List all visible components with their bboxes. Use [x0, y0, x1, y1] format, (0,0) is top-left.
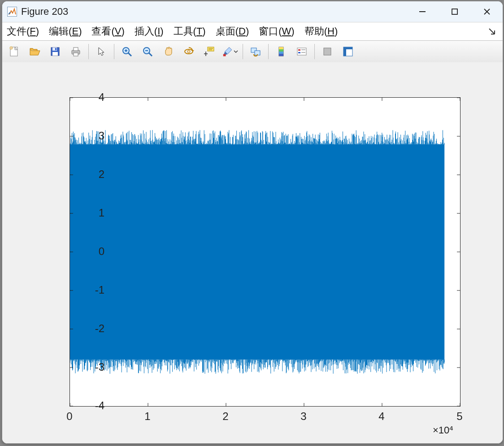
- menu-file[interactable]: 文件(F): [5, 24, 41, 39]
- svg-rect-25: [208, 47, 214, 51]
- print-icon[interactable]: [67, 43, 85, 61]
- svg-line-16: [128, 53, 131, 56]
- menu-view[interactable]: 查看(V): [90, 24, 126, 39]
- svg-rect-36: [279, 52, 283, 54]
- menu-window[interactable]: 窗口(W): [257, 24, 296, 39]
- svg-rect-2: [452, 9, 457, 14]
- toolbar: [2, 41, 503, 63]
- menu-desktop[interactable]: 桌面(D): [214, 24, 251, 39]
- svg-rect-10: [52, 52, 58, 56]
- svg-rect-13: [74, 48, 78, 51]
- window-title: Figure 203: [21, 6, 68, 17]
- menu-help[interactable]: 帮助(H): [303, 24, 340, 39]
- y-tick-label: -1: [95, 284, 104, 296]
- x-exponent-label: ×10⁴: [433, 424, 453, 436]
- y-tick-label: 0: [99, 245, 104, 258]
- toolbar-separator: [268, 44, 269, 59]
- matlab-icon: [7, 6, 17, 17]
- x-tick-label: 5: [456, 410, 462, 423]
- legend-icon[interactable]: [293, 43, 311, 61]
- svg-rect-41: [298, 52, 300, 53]
- maximize-button[interactable]: [442, 3, 468, 21]
- y-tick-label: -3: [95, 361, 104, 373]
- svg-rect-37: [279, 54, 283, 56]
- toolbar-separator: [314, 44, 315, 59]
- svg-rect-14: [74, 53, 78, 56]
- x-tick-label: 3: [300, 410, 306, 423]
- toolbar-separator: [243, 44, 243, 59]
- toolbar-separator: [88, 44, 89, 59]
- menu-insert[interactable]: 插入(I): [133, 24, 165, 39]
- figure-window: Figure 203 文件(F) 编辑(E) 查看(V) 插入(I) 工具(T)…: [2, 1, 503, 444]
- svg-rect-34: [279, 47, 283, 49]
- svg-point-7: [11, 48, 12, 48]
- y-tick-label: 1: [99, 207, 104, 219]
- rotate-3d-icon[interactable]: [180, 43, 198, 61]
- colorbar-icon[interactable]: [272, 43, 290, 61]
- svg-rect-39: [298, 49, 300, 51]
- minimize-button[interactable]: [409, 3, 435, 21]
- svg-rect-38: [297, 48, 306, 55]
- svg-marker-23: [191, 50, 194, 52]
- line-plot: [70, 98, 460, 406]
- toolbar-separator: [114, 44, 114, 59]
- pointer-icon[interactable]: [92, 43, 110, 61]
- menubar: 文件(F) 编辑(E) 查看(V) 插入(I) 工具(T) 桌面(D) 窗口(W…: [2, 22, 503, 41]
- save-icon[interactable]: [46, 43, 64, 61]
- pan-icon[interactable]: [159, 43, 177, 61]
- svg-rect-30: [223, 54, 226, 56]
- y-tick-label: -2: [95, 322, 104, 335]
- show-plot-tools-icon[interactable]: [339, 43, 357, 61]
- svg-rect-43: [324, 48, 331, 55]
- dock-icon[interactable]: [487, 26, 497, 37]
- svg-rect-35: [279, 49, 283, 52]
- plot-area[interactable]: 4 3 2 1 0 -1 -2 -3 -4 0 1 2 3 4 5 ×10⁴: [2, 62, 503, 443]
- menu-tools[interactable]: 工具(T): [172, 24, 208, 39]
- zoom-in-icon[interactable]: [118, 43, 136, 61]
- svg-line-20: [149, 53, 152, 56]
- hide-plot-tools-icon[interactable]: [318, 43, 336, 61]
- open-icon[interactable]: [26, 43, 43, 61]
- link-plot-icon[interactable]: [247, 43, 265, 61]
- svg-rect-46: [343, 47, 352, 49]
- menu-edit[interactable]: 编辑(E): [47, 24, 83, 39]
- new-figure-icon[interactable]: [5, 43, 23, 61]
- svg-rect-47: [70, 144, 444, 359]
- data-cursor-icon[interactable]: [200, 43, 218, 61]
- svg-rect-11: [55, 48, 56, 50]
- y-tick-label: 2: [99, 168, 104, 181]
- x-tick-label: 1: [144, 410, 150, 423]
- axes[interactable]: [70, 97, 461, 407]
- zoom-out-icon[interactable]: [139, 43, 156, 61]
- brush-icon[interactable]: [221, 43, 239, 61]
- x-tick-label: 4: [378, 410, 384, 423]
- y-tick-label: -4: [95, 399, 104, 412]
- titlebar: Figure 203: [2, 1, 503, 22]
- y-tick-label: 3: [99, 130, 104, 142]
- chevron-down-icon[interactable]: [234, 49, 239, 54]
- svg-point-24: [187, 50, 190, 53]
- close-button[interactable]: [474, 3, 500, 21]
- y-tick-label: 4: [99, 91, 104, 104]
- x-tick-label: 0: [66, 410, 72, 423]
- x-tick-label: 2: [222, 410, 228, 423]
